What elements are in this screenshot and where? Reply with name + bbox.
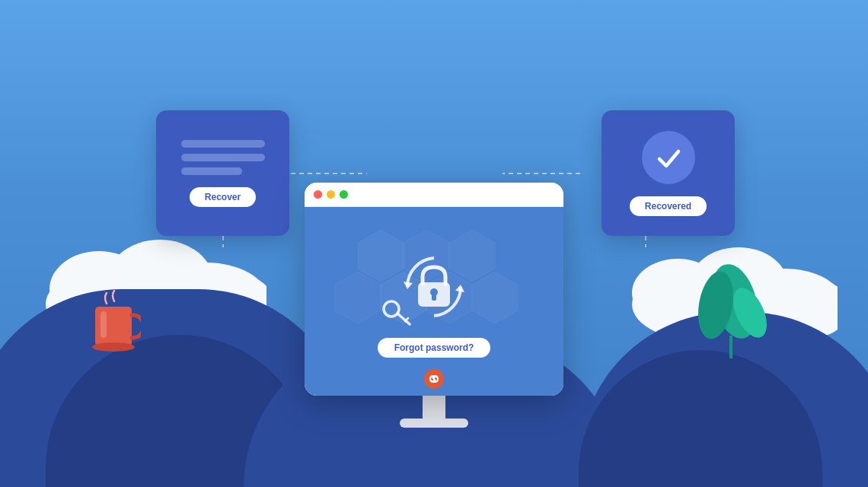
recovered-card: Recovered	[602, 110, 735, 236]
checkmark-icon	[653, 142, 684, 173]
key-icon	[382, 300, 411, 329]
monitor-stand-base	[400, 419, 468, 428]
recover-button[interactable]: Recover	[190, 187, 256, 207]
monitor-screen: Forgot password?	[305, 207, 563, 396]
svg-point-16	[92, 342, 135, 352]
svg-marker-28	[404, 282, 413, 289]
card-line-3	[181, 167, 242, 175]
monitor: Forgot password?	[305, 183, 563, 396]
dot-green	[340, 190, 348, 199]
svg-marker-29	[455, 285, 464, 292]
lock-icon-wrapper	[388, 245, 480, 329]
coffee-cup	[91, 290, 141, 361]
teal-leaves	[693, 263, 769, 365]
monitor-stand-neck	[423, 396, 445, 419]
dot-yellow	[327, 190, 335, 199]
scene: Recover Recovered	[0, 0, 868, 487]
forgot-password-button[interactable]: Forgot password?	[378, 338, 491, 358]
svg-rect-32	[432, 294, 436, 301]
recovered-button[interactable]: Recovered	[630, 196, 707, 216]
svg-marker-24	[335, 272, 381, 323]
card-line-2	[181, 154, 265, 161]
svg-rect-15	[101, 311, 107, 338]
lock-area: Forgot password?	[378, 245, 491, 358]
monitor-wrapper: Forgot password?	[305, 183, 563, 428]
joomla-logo	[423, 368, 445, 393]
lock-icon	[415, 265, 453, 309]
recover-card: Recover	[156, 110, 289, 236]
dot-red	[314, 190, 322, 199]
monitor-titlebar	[305, 183, 563, 207]
card-line-1	[181, 140, 265, 148]
card-lines	[181, 140, 265, 175]
check-circle	[642, 131, 695, 184]
